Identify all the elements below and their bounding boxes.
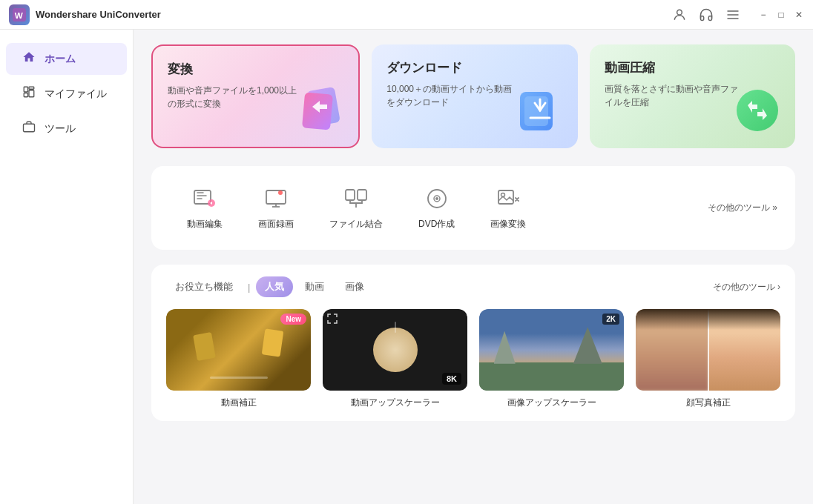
maximize-button[interactable]: □ <box>776 10 786 20</box>
svg-text:W: W <box>15 10 24 19</box>
svg-rect-25 <box>358 190 366 200</box>
minimize-button[interactable]: − <box>758 10 768 20</box>
download-desc: 10,000＋の動画サイトから動画をダウンロード <box>386 82 520 109</box>
window-controls: − □ ✕ <box>758 10 804 20</box>
sidebar-item-myfiles[interactable]: マイファイル <box>6 78 127 110</box>
more-tools-label: その他のツール » <box>708 202 777 214</box>
sidebar-item-home[interactable]: ホーム <box>6 43 127 75</box>
user-icon[interactable] <box>672 7 687 22</box>
svg-rect-9 <box>29 90 34 97</box>
more-tools-button[interactable]: その他のツール » <box>708 202 777 214</box>
tool-screen-record[interactable]: 画面録画 <box>240 178 312 238</box>
file-merge-icon <box>343 185 369 212</box>
popular-card-video-upscaler[interactable]: 8K 動画アップスケーラー <box>323 309 467 409</box>
svg-point-17 <box>737 90 778 131</box>
svg-rect-8 <box>29 87 34 89</box>
video-edit-label: 動画編集 <box>187 218 223 231</box>
sidebar-item-myfiles-label: マイファイル <box>45 87 107 101</box>
video-enhance-image: New <box>166 309 311 391</box>
content-area: 変換 動画や音声ファイルを1,000以上の形式に変換 <box>134 30 813 504</box>
tool-video-edit[interactable]: 動画編集 <box>169 178 240 238</box>
svg-rect-14 <box>524 96 548 126</box>
tab-image[interactable]: 画像 <box>336 276 373 297</box>
image-convert-icon <box>495 185 521 212</box>
sidebar-item-tools-label: ツール <box>45 122 76 136</box>
convert-title: 変換 <box>168 61 343 78</box>
svg-point-23 <box>278 190 283 195</box>
tools-grid: 動画編集 画面録画 <box>169 178 777 238</box>
video-upscaler-label: 動画アップスケーラー <box>323 397 467 409</box>
dvd-create-label: DVD作成 <box>418 218 455 231</box>
files-icon <box>21 85 37 102</box>
svg-rect-12 <box>302 92 333 130</box>
compress-icon <box>731 84 783 136</box>
image-convert-label: 画像変換 <box>490 218 526 231</box>
sidebar: ホーム マイファイル ツール <box>0 30 134 504</box>
convert-card[interactable]: 変換 動画や音声ファイルを1,000以上の形式に変換 <box>151 44 360 148</box>
more-tools-right-button[interactable]: その他のツール › <box>713 281 780 294</box>
main-layout: ホーム マイファイル ツール 変換 動画や音声ファ <box>0 30 813 504</box>
sidebar-item-tools[interactable]: ツール <box>6 113 127 145</box>
titlebar-left: W Wondershare UniConverter <box>9 4 161 25</box>
close-button[interactable]: ✕ <box>794 10 804 20</box>
popular-card-video-enhance[interactable]: New 動画補正 <box>166 309 311 409</box>
home-icon <box>21 50 37 67</box>
tool-image-convert[interactable]: 画像変換 <box>473 178 544 238</box>
image-upscaler-label: 画像アップスケーラー <box>479 397 624 409</box>
svg-rect-10 <box>24 124 35 132</box>
face-restore-image <box>636 309 780 391</box>
screen-record-icon <box>263 185 289 212</box>
tab-video[interactable]: 動画 <box>296 276 333 297</box>
titlebar: W Wondershare UniConverter <box>0 0 813 30</box>
svg-rect-24 <box>346 190 355 200</box>
badge-8k: 8K <box>442 373 461 385</box>
tab-useful[interactable]: お役立ち機能 <box>166 276 242 297</box>
titlebar-right: − □ ✕ <box>672 7 804 22</box>
tools-section: 動画編集 画面録画 <box>151 166 795 250</box>
sidebar-item-home-label: ホーム <box>45 53 76 66</box>
compress-title: 動画圧縮 <box>605 59 780 76</box>
compress-desc: 画質を落とさずに動画や音声ファイルを圧縮 <box>605 82 738 109</box>
download-card[interactable]: ダウンロード 10,000＋の動画サイトから動画をダウンロード <box>372 44 577 148</box>
convert-desc: 動画や音声ファイルを1,000以上の形式に変換 <box>168 84 301 110</box>
app-logo: W <box>9 4 30 25</box>
svg-rect-20 <box>266 190 286 204</box>
convert-icon <box>294 83 346 135</box>
popular-section: お役立ち機能 | 人気 動画 画像 その他のツール › <box>151 265 795 421</box>
headset-icon[interactable] <box>699 7 714 22</box>
download-title: ダウンロード <box>386 59 562 76</box>
more-tools-right-label: その他のツール › <box>713 281 780 294</box>
video-edit-icon <box>191 185 218 212</box>
dvd-create-icon <box>424 185 450 212</box>
tool-file-merge[interactable]: ファイル結合 <box>312 178 401 238</box>
compress-card[interactable]: 動画圧縮 画質を落とさずに動画や音声ファイルを圧縮 <box>590 44 795 148</box>
svg-rect-7 <box>24 93 27 97</box>
svg-rect-30 <box>498 190 513 204</box>
video-upscaler-image: 8K <box>323 309 467 391</box>
new-badge: New <box>280 314 306 325</box>
food-plate <box>373 328 418 372</box>
file-merge-label: ファイル結合 <box>329 218 383 231</box>
svg-rect-6 <box>24 87 27 92</box>
popular-cards: New 動画補正 8K <box>166 309 780 409</box>
video-enhance-label: 動画補正 <box>166 397 311 409</box>
face-restore-label: 顔写真補正 <box>636 397 780 409</box>
image-upscaler-image: 2K <box>479 309 624 391</box>
feature-cards: 変換 動画や音声ファイルを1,000以上の形式に変換 <box>151 44 795 148</box>
popular-tabs: お役立ち機能 | 人気 動画 画像 その他のツール › <box>166 276 780 297</box>
svg-point-2 <box>677 10 682 15</box>
tab-popular[interactable]: 人気 <box>256 276 293 297</box>
svg-point-29 <box>435 197 438 200</box>
app-title: Wondershare UniConverter <box>36 9 161 20</box>
popular-card-image-upscaler[interactable]: 2K 画像アップスケーラー <box>479 309 624 409</box>
download-icon <box>514 84 566 136</box>
popular-card-face-restore[interactable]: 顔写真補正 <box>636 309 780 409</box>
menu-icon[interactable] <box>725 7 740 22</box>
tab-separator: | <box>245 282 253 293</box>
tools-icon <box>21 120 37 137</box>
face-restore-thumbnail <box>636 309 780 391</box>
screen-record-label: 画面録画 <box>258 218 294 231</box>
tool-dvd-create[interactable]: DVD作成 <box>401 178 473 238</box>
badge-2k: 2K <box>602 314 619 325</box>
